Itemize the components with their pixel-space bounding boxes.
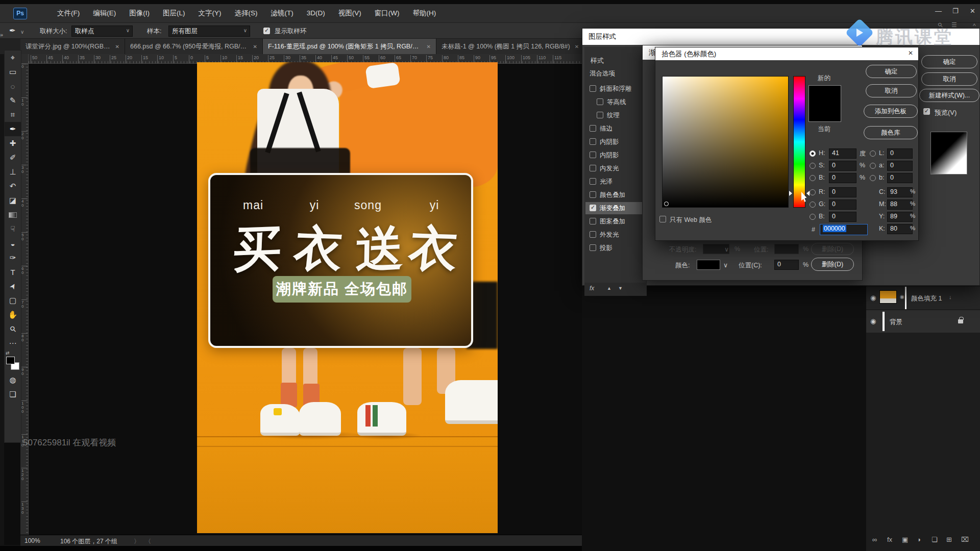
layer-style-icon[interactable]: fx [887,536,892,543]
web-colors-checkbox[interactable] [659,216,666,222]
value-radio-b:[interactable] [870,175,876,181]
restore-icon[interactable]: ❐ [952,7,959,15]
move-tool[interactable]: ⌖ [5,51,21,65]
type-tool[interactable]: T [5,265,21,279]
style-checkbox[interactable] [590,191,596,198]
swap-colors-icon[interactable]: ⇄ [6,350,21,356]
style-checkbox[interactable] [590,231,596,238]
hex-field[interactable]: 000000 [820,224,868,235]
history-brush-tool[interactable]: ↶ [5,179,21,193]
menu-item-6[interactable]: 滤镜(T) [264,9,300,18]
style-item-投影[interactable]: 投影 [585,242,646,254]
tab-close-icon[interactable]: ✕ [253,44,257,49]
healing-brush-tool[interactable]: ✚ [5,136,21,151]
screen-mode[interactable]: ❏ [5,387,21,402]
quick-selection-tool[interactable]: ✎ [5,93,21,108]
style-checkbox[interactable] [590,178,596,185]
value-field-S:[interactable]: 0 [829,161,856,171]
style-checkbox[interactable] [590,152,596,158]
sample-size-dropdown[interactable]: 取样点∨ [71,26,133,37]
stop-location-field[interactable]: 0 [774,260,799,270]
value-field-C:[interactable]: 93 [887,187,913,197]
value-field-Y:[interactable]: 89 [887,212,913,222]
value-field-L:[interactable]: 0 [887,148,913,159]
picker-ok-button[interactable]: 确定 [866,65,917,78]
new-style-button[interactable]: 新建样式(W)... [919,89,979,102]
marquee-tool[interactable]: ▭ [5,65,21,79]
layer-row-颜色填充 1[interactable]: ◉◉颜色填充 1↓ [866,287,980,309]
document-tab-1[interactable]: 666.psd @ 66.7% (950母爱海报, RGB/8#) *✕ [125,39,263,54]
gradient-tool[interactable] [5,208,21,222]
style-item-描边[interactable]: 描边 [585,122,646,135]
adjustment-layer-icon[interactable]: ◑ [917,536,921,543]
tab-close-icon[interactable]: ✕ [115,44,119,49]
value-field-M:[interactable]: 88 [887,199,913,210]
color-libraries-button[interactable]: 颜色库 [864,126,918,139]
add-effect-icon[interactable]: fx [590,285,594,292]
menu-item-5[interactable]: 选择(S) [228,9,264,18]
value-radio-S:[interactable] [810,163,816,169]
path-select-tool[interactable]: ➤ [5,279,21,293]
value-radio-R:[interactable] [810,189,816,195]
new-layer-icon[interactable]: ⊞ [946,536,952,543]
menu-item-3[interactable]: 图层(L) [156,9,192,18]
add-to-swatches-button[interactable]: 添加到色板 [864,105,918,118]
style-item-纹理[interactable]: 纹理 [585,109,646,121]
menu-item-10[interactable]: 帮助(H) [406,9,443,18]
move-effect-down-icon[interactable]: ▼ [618,286,623,291]
hue-marker-left-icon[interactable] [789,191,792,196]
lasso-tool[interactable]: ◌ [5,79,21,93]
chevron-down-icon[interactable]: ∨ [723,261,728,269]
tab-close-icon[interactable]: ✕ [575,44,579,49]
document-canvas[interactable]: maiyisongyi 买衣送衣 潮牌新品 全场包邮 [197,62,498,533]
style-checkbox[interactable] [590,205,596,211]
menu-item-4[interactable]: 文字(Y) [192,9,228,18]
document-tab-0[interactable]: 课堂评分.jpg @ 100%(RGB/8#) *✕ [20,39,125,54]
new-group-icon[interactable]: ❏ [932,536,938,543]
style-item-外发光[interactable]: 外发光 [585,229,646,241]
hue-slider[interactable] [793,76,805,208]
edit-toolbar[interactable]: ⋯ [5,336,21,350]
crop-tool[interactable]: ⌗ [5,108,21,122]
color-field[interactable] [662,76,789,208]
layer-style-cancel-button[interactable]: 取消 [921,72,977,86]
style-checkbox[interactable] [590,244,596,251]
preview-checkbox[interactable] [923,108,930,115]
value-radio-B:[interactable] [810,214,816,220]
menu-item-1[interactable]: 编辑(E) [86,9,122,18]
value-radio-G:[interactable] [810,202,816,208]
zoom-tool[interactable]: ⚲ [5,322,21,336]
value-field-K:[interactable]: 80 [887,224,913,234]
document-tab-3[interactable]: 未标题-1 @ 100% (椭圆 1 拷贝 126, RGB/8#)✕ [436,39,590,54]
color-picker-title-bar[interactable]: 拾色器 (色标颜色) ✕ [655,47,918,60]
pen-tool[interactable]: ✑ [5,251,21,265]
picker-cancel-button[interactable]: 取消 [866,84,917,97]
value-radio-H:[interactable] [810,151,816,157]
delete-layer-icon[interactable]: ⌧ [961,536,969,543]
eraser-tool[interactable]: ◪ [5,193,21,208]
link-layers-icon[interactable]: ∞ [872,536,877,543]
foreground-color-swatch[interactable] [6,357,15,364]
value-radio-B:[interactable] [810,175,816,181]
hand-tool[interactable]: ✋ [5,308,21,322]
quick-mask[interactable]: ◍ [5,373,21,387]
menu-item-7[interactable]: 3D(D) [300,9,332,17]
brush-tool[interactable]: ✐ [5,151,21,165]
document-tab-2[interactable]: F-116-董思瑶.psd @ 100% (圆角矩形 1 拷贝, RGB/8#)… [263,39,436,54]
style-item-光泽[interactable]: 光泽 [585,176,646,188]
style-item-内阴影[interactable]: 内阴影 [585,136,646,148]
menu-item-9[interactable]: 窗口(W) [368,9,406,18]
value-field-a:[interactable]: 0 [887,161,913,171]
value-field-B:[interactable]: 0 [829,173,856,183]
hamburger-menu-icon[interactable]: ☰ [951,21,957,29]
layer-style-title-bar[interactable]: 图层样式 [582,29,979,45]
value-field-b:[interactable]: 0 [887,173,913,183]
style-item-图案叠加[interactable]: 图案叠加 [585,215,646,228]
eye-icon[interactable]: ◉ [870,294,876,302]
style-item-内阴影[interactable]: 内阴影 [585,149,646,161]
dodge-tool[interactable]: ◒ [5,236,21,251]
style-checkbox[interactable] [590,85,596,92]
style-checkbox[interactable] [590,125,596,132]
stop-color-swatch[interactable] [697,260,720,270]
style-item-颜色叠加[interactable]: 颜色叠加 [585,189,646,201]
